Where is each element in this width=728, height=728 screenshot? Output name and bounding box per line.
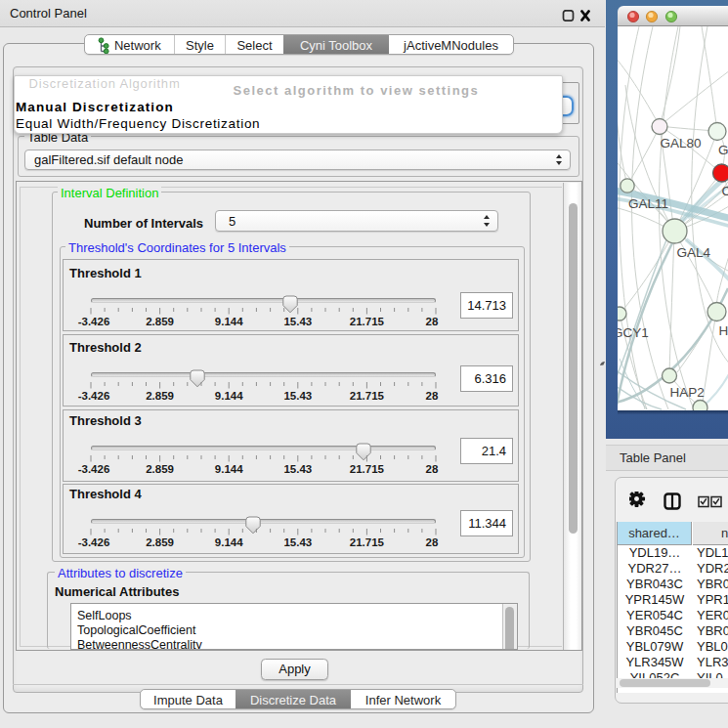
svg-text:GAL11: GAL11 bbox=[628, 196, 668, 211]
svg-text:GA: GA bbox=[718, 143, 728, 157]
svg-text:C: C bbox=[721, 184, 728, 198]
svg-text:H: H bbox=[719, 323, 728, 338]
svg-text:HAP2: HAP2 bbox=[670, 385, 705, 400]
svg-text:GAL80: GAL80 bbox=[661, 136, 702, 150]
svg-text:GAL4: GAL4 bbox=[677, 245, 711, 260]
svg-text:GCY1: GCY1 bbox=[618, 325, 649, 340]
